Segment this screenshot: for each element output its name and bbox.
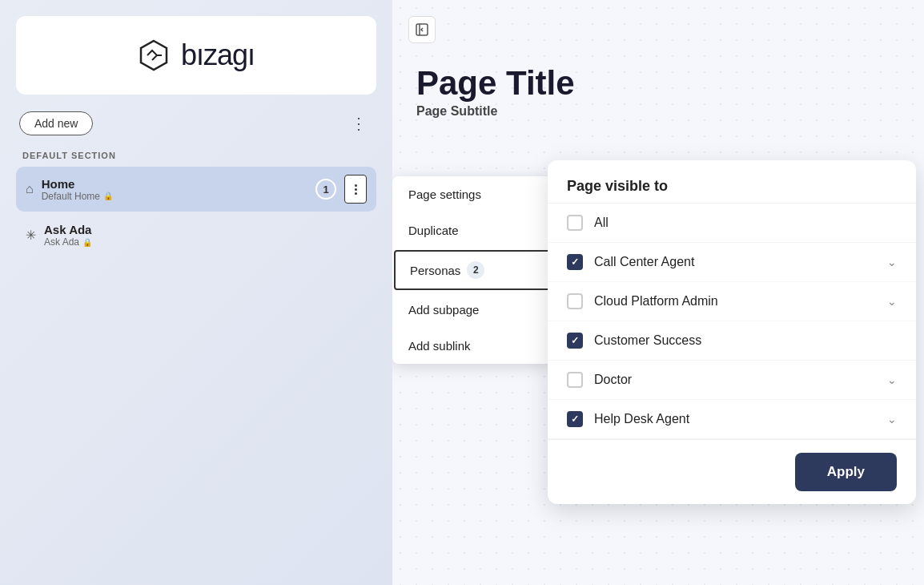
bizagi-logo-icon [138, 39, 170, 71]
persona-name-help-desk-agent: Help Desk Agent [594, 412, 876, 426]
context-menu-add-sublink[interactable]: Add sublink [392, 328, 552, 364]
add-new-row: Add new ⋮ [16, 111, 376, 136]
context-menu-page-settings[interactable]: Page settings [392, 176, 552, 212]
ask-ada-lock-icon: 🔒 [82, 238, 92, 247]
lock-icon: 🔒 [103, 192, 113, 200]
home-item-kebab[interactable] [344, 175, 367, 204]
persona-name-doctor: Doctor [594, 373, 876, 387]
persona-checkbox-call-center-agent[interactable] [567, 254, 583, 270]
home-item-badge: 1 [315, 179, 336, 200]
persona-row-help-desk-agent[interactable]: Help Desk Agent ⌄ [548, 400, 916, 439]
persona-name-customer-success: Customer Success [594, 333, 897, 348]
persona-checkbox-cloud-platform-admin[interactable] [567, 293, 583, 309]
collapse-sidebar-button[interactable] [408, 16, 436, 43]
persona-checkbox-all[interactable] [567, 215, 583, 231]
chevron-down-icon-help-desk: ⌄ [887, 413, 897, 426]
apply-button[interactable]: Apply [795, 453, 897, 491]
ask-ada-item-title: Ask Ada [44, 223, 367, 236]
chevron-down-icon-cloud-platform: ⌄ [887, 295, 897, 308]
page-subtitle: Page Subtitle [416, 104, 575, 119]
sidebar-more-button[interactable]: ⋮ [344, 111, 373, 136]
home-item-title: Home [42, 177, 307, 191]
sidebar-item-home[interactable]: ⌂ Home Default Home 🔒 1 [16, 167, 376, 212]
home-item-subtitle: Default Home 🔒 [42, 191, 307, 202]
persona-checkbox-doctor[interactable] [567, 372, 583, 388]
logo-area: bızagı [16, 16, 376, 95]
section-label: DEFAULT SECTION [16, 151, 376, 160]
page-header: Page Title Page Subtitle [416, 64, 575, 119]
persona-row-call-center-agent[interactable]: Call Center Agent ⌄ [548, 243, 916, 282]
main-content: Page Title Page Subtitle Page settings D… [392, 0, 924, 585]
persona-name-cloud-platform-admin: Cloud Platform Admin [594, 294, 876, 309]
page-title: Page Title [416, 64, 575, 103]
ask-ada-item-subtitle: Ask Ada 🔒 [44, 236, 367, 248]
personas-panel: Page visible to All Call Center Agent ⌄ … [548, 160, 916, 504]
logo-text: bızagı [181, 38, 255, 72]
ask-ada-item-text: Ask Ada Ask Ada 🔒 [44, 223, 367, 248]
persona-name-call-center-agent: Call Center Agent [594, 255, 876, 269]
persona-row-doctor[interactable]: Doctor ⌄ [548, 361, 916, 400]
persona-name-all: All [594, 216, 897, 230]
personas-panel-footer: Apply [548, 439, 916, 504]
persona-checkbox-customer-success[interactable] [567, 333, 583, 349]
add-new-button[interactable]: Add new [19, 111, 93, 135]
persona-row-customer-success[interactable]: Customer Success [548, 321, 916, 361]
collapse-icon [416, 23, 428, 36]
context-menu-add-subpage[interactable]: Add subpage [392, 292, 552, 328]
svg-marker-0 [141, 41, 167, 70]
home-item-text: Home Default Home 🔒 [42, 177, 307, 202]
persona-checkbox-help-desk-agent[interactable] [567, 411, 583, 427]
chevron-down-icon-doctor: ⌄ [887, 373, 897, 386]
chevron-down-icon-call-center: ⌄ [887, 256, 897, 268]
persona-row-cloud-platform-admin[interactable]: Cloud Platform Admin ⌄ [548, 282, 916, 321]
context-menu: Page settings Duplicate Personas 2 Add s… [392, 176, 552, 364]
personas-list: All Call Center Agent ⌄ Cloud Platform A… [548, 204, 916, 439]
snowflake-icon: ✳ [26, 228, 36, 243]
sidebar-item-ask-ada[interactable]: ✳ Ask Ada Ask Ada 🔒 [16, 215, 376, 256]
personas-panel-header: Page visible to [548, 160, 916, 204]
home-icon: ⌂ [26, 182, 34, 196]
app-container: bızagı Add new ⋮ DEFAULT SECTION ⌂ Home … [0, 0, 924, 585]
sidebar: bızagı Add new ⋮ DEFAULT SECTION ⌂ Home … [0, 0, 392, 585]
personas-badge: 2 [467, 261, 484, 279]
persona-row-all[interactable]: All [548, 204, 916, 243]
context-menu-personas[interactable]: Personas 2 [394, 250, 551, 290]
context-menu-duplicate[interactable]: Duplicate [392, 212, 552, 248]
